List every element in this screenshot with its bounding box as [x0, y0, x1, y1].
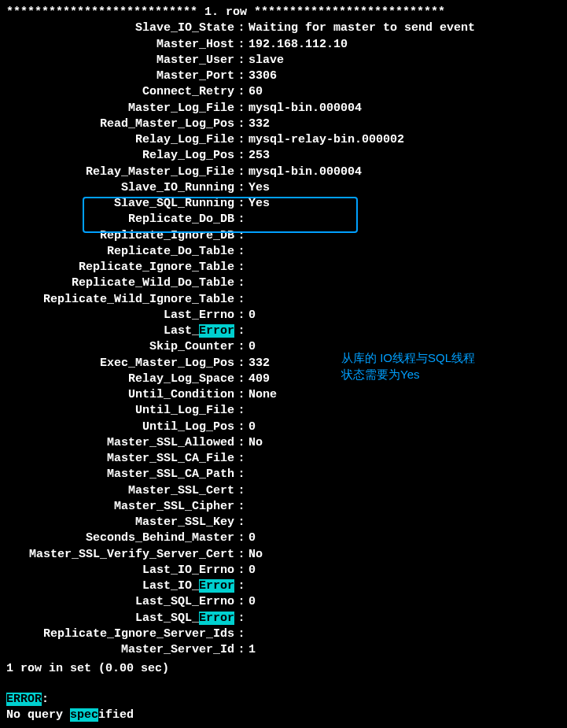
status-value — [249, 515, 561, 530]
colon: : — [234, 515, 249, 530]
colon: : — [234, 403, 249, 419]
status-row: Seconds_Behind_Master:0 — [6, 530, 561, 546]
status-label: Replicate_Wild_Ignore_Table — [6, 292, 234, 308]
colon: : — [234, 244, 249, 260]
colon: : — [234, 499, 249, 515]
status-label: Relay_Master_Log_File — [6, 164, 234, 180]
status-row: Skip_Counter:0 — [6, 339, 561, 355]
colon: : — [234, 642, 249, 658]
status-row: Replicate_Ignore_Table: — [6, 260, 561, 275]
status-value — [249, 467, 561, 482]
status-value: No — [249, 435, 561, 451]
status-row: Read_Master_Log_Pos:332 — [6, 116, 561, 132]
colon: : — [234, 292, 249, 308]
status-row: Master_SSL_Cipher: — [6, 499, 561, 515]
status-label: Master_SSL_Allowed — [6, 435, 234, 451]
colon: : — [234, 132, 249, 148]
status-value: mysql-relay-bin.000002 — [249, 132, 561, 148]
status-row: Master_SSL_CA_Path: — [6, 467, 561, 482]
status-row: Replicate_Ignore_DB: — [6, 228, 561, 244]
colon: : — [234, 180, 249, 196]
status-label: Relay_Log_Space — [6, 371, 234, 387]
status-row: Relay_Log_File:mysql-relay-bin.000002 — [6, 132, 561, 148]
colon: : — [234, 196, 249, 212]
status-row: Master_SSL_Key: — [6, 515, 561, 530]
status-label: Until_Condition — [6, 387, 234, 403]
status-row: Slave_IO_State:Waiting for master to sen… — [6, 20, 561, 36]
summary-line: 1 row in set (0.00 sec) — [6, 661, 561, 677]
status-value — [249, 483, 561, 499]
colon: : — [234, 419, 249, 435]
status-label: Last_IO_Error — [6, 578, 234, 594]
status-label: Replicate_Wild_Do_Table — [6, 275, 234, 291]
colon: : — [234, 68, 249, 84]
status-value — [249, 228, 561, 244]
status-value: 0 — [249, 563, 561, 578]
no-query-post: ified — [98, 708, 134, 722]
no-query-pre: No query — [6, 708, 70, 722]
status-row: Relay_Master_Log_File:mysql-bin.000004 — [6, 164, 561, 180]
status-row: Master_Port:3306 — [6, 68, 561, 84]
status-value: Yes — [249, 196, 561, 212]
colon: : — [234, 228, 249, 244]
status-row: Master_SSL_Verify_Server_Cert:No — [6, 547, 561, 563]
colon: : — [234, 356, 249, 371]
colon: : — [234, 20, 249, 36]
status-row: Exec_Master_Log_Pos:332 — [6, 356, 561, 371]
status-value — [249, 244, 561, 260]
colon: : — [234, 148, 249, 164]
status-row: Last_SQL_Errno:0 — [6, 594, 561, 610]
status-value: 3306 — [249, 68, 561, 84]
error-label: ERROR — [6, 693, 42, 706]
colon: : — [234, 116, 249, 132]
status-label: Master_User — [6, 53, 234, 68]
status-row: Master_SSL_Cert: — [6, 483, 561, 499]
status-label: Seconds_Behind_Master — [6, 530, 234, 546]
status-label: Slave_IO_State — [6, 20, 234, 36]
status-value — [249, 212, 561, 227]
status-row: Last_Errno:0 — [6, 308, 561, 323]
colon: : — [234, 323, 249, 339]
colon: : — [234, 101, 249, 116]
status-label: Until_Log_Pos — [6, 419, 234, 435]
status-label: Replicate_Do_Table — [6, 244, 234, 260]
status-value: 332 — [249, 116, 561, 132]
annotation-arrow-icon — [6, 723, 567, 728]
status-row: Master_SSL_CA_File: — [6, 451, 561, 467]
colon: : — [234, 339, 249, 355]
status-label: Relay_Log_File — [6, 132, 234, 148]
status-label: Last_SQL_Errno — [6, 594, 234, 610]
status-label: Until_Log_File — [6, 403, 234, 419]
annotation-text: 从库的 IO线程与SQL线程 状态需要为Yes — [341, 349, 475, 382]
status-label: Last_IO_Errno — [6, 563, 234, 578]
status-row: Last_Error: — [6, 323, 561, 339]
status-row: Master_Log_File:mysql-bin.000004 — [6, 101, 561, 116]
status-label: Skip_Counter — [6, 339, 234, 355]
colon: : — [234, 164, 249, 180]
colon: : — [234, 451, 249, 467]
status-row: Connect_Retry:60 — [6, 84, 561, 100]
status-label: Master_Log_File — [6, 101, 234, 116]
status-value: 0 — [249, 530, 561, 546]
colon: : — [234, 53, 249, 68]
status-label: Master_SSL_CA_File — [6, 451, 234, 467]
colon: : — [234, 371, 249, 387]
colon: : — [234, 611, 249, 626]
status-value: Waiting for master to send event — [249, 20, 561, 36]
status-value — [249, 578, 561, 594]
status-label: Master_SSL_Verify_Server_Cert — [6, 547, 234, 563]
header-row: *************************** 1. row *****… — [6, 5, 561, 20]
status-label: Replicate_Ignore_DB — [6, 228, 234, 244]
slave-status-output: *************************** 1. row *****… — [6, 5, 561, 723]
status-row: Master_User:slave — [6, 53, 561, 68]
status-value: Yes — [249, 180, 561, 196]
status-label: Master_SSL_CA_Path — [6, 467, 234, 482]
status-label: Master_Host — [6, 37, 234, 53]
status-value: 0 — [249, 419, 561, 435]
status-value: No — [249, 547, 561, 563]
colon: : — [234, 467, 249, 482]
status-label: Last_SQL_Error — [6, 611, 234, 626]
colon: : — [234, 578, 249, 594]
colon: : — [234, 435, 249, 451]
status-row: Master_Host:192.168.112.10 — [6, 37, 561, 53]
